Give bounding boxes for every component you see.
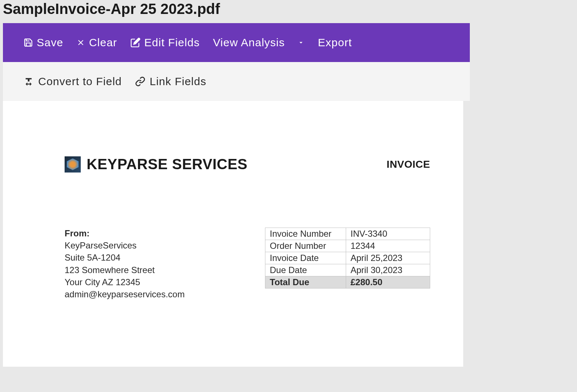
link-icon (135, 76, 145, 87)
sender-block: From: KeyParseServices Suite 5A-1204 123… (65, 228, 185, 301)
text-width-icon (23, 76, 34, 87)
from-email: admin@keyparseservices.com (65, 288, 185, 300)
save-icon (23, 38, 33, 47)
save-button[interactable]: Save (23, 36, 63, 49)
primary-toolbar: Save Clear Edit Fields View Analysis Exp… (3, 23, 470, 62)
meta-label: Total Due (265, 276, 346, 288)
chevron-down-icon (297, 39, 305, 46)
from-suite: Suite 5A-1204 (65, 252, 185, 263)
from-street: 123 Somewhere Street (65, 264, 185, 276)
link-label: Link Fields (150, 75, 206, 88)
table-row: Due DateApril 30,2023 (265, 264, 430, 276)
meta-value: INV-3340 (346, 228, 430, 240)
table-row: Order Number12344 (265, 240, 430, 252)
document-preview: KEYPARSE SERVICES INVOICE From: KeyParse… (3, 101, 463, 367)
meta-value: £280.50 (346, 276, 430, 288)
document-type-label: INVOICE (387, 159, 430, 170)
edit-fields-label: Edit Fields (144, 36, 200, 49)
meta-label: Due Date (265, 264, 346, 276)
document-header: KEYPARSE SERVICES INVOICE (3, 156, 463, 173)
convert-label: Convert to Field (38, 75, 122, 88)
close-icon (76, 38, 85, 47)
meta-value: 12344 (346, 240, 430, 252)
company-name: KEYPARSE SERVICES (87, 156, 247, 173)
convert-to-field-button[interactable]: Convert to Field (23, 75, 122, 88)
meta-label: Order Number (265, 240, 346, 252)
from-company: KeyParseServices (65, 240, 185, 251)
view-analysis-button[interactable]: View Analysis (213, 36, 305, 49)
clear-button[interactable]: Clear (76, 36, 117, 49)
page-title: SampleInvoice-Apr 25 2023.pdf (0, 0, 577, 23)
view-analysis-label: View Analysis (213, 36, 285, 49)
meta-label: Invoice Date (265, 252, 346, 264)
company-brand: KEYPARSE SERVICES (65, 156, 247, 173)
export-button[interactable]: Export (318, 36, 352, 49)
secondary-toolbar: Convert to Field Link Fields (3, 62, 470, 101)
export-label: Export (318, 36, 352, 49)
table-row: Total Due£280.50 (265, 276, 430, 288)
link-fields-button[interactable]: Link Fields (135, 75, 206, 88)
meta-label: Invoice Number (265, 228, 346, 240)
clear-label: Clear (89, 36, 117, 49)
edit-fields-button[interactable]: Edit Fields (130, 36, 200, 49)
edit-icon (130, 37, 141, 48)
meta-value: April 25,2023 (346, 252, 430, 264)
invoice-meta-body: Invoice NumberINV-3340Order Number12344I… (265, 228, 430, 288)
from-label: From: (65, 228, 185, 239)
meta-value: April 30,2023 (346, 264, 430, 276)
document-body: From: KeyParseServices Suite 5A-1204 123… (3, 173, 463, 301)
company-logo-icon (65, 156, 81, 173)
save-label: Save (37, 36, 63, 49)
invoice-meta-table: Invoice NumberINV-3340Order Number12344I… (265, 228, 430, 288)
table-row: Invoice NumberINV-3340 (265, 228, 430, 240)
table-row: Invoice DateApril 25,2023 (265, 252, 430, 264)
from-city: Your City AZ 12345 (65, 276, 185, 288)
